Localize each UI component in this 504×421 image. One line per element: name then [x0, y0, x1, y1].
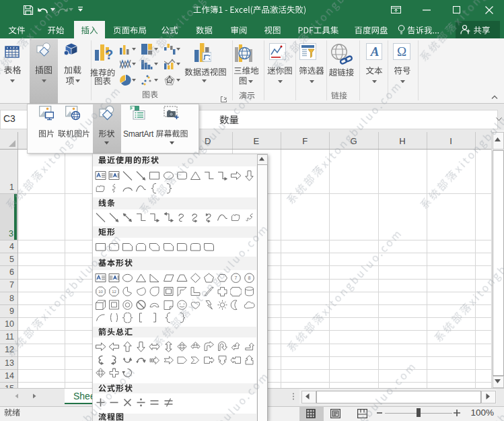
- svg-text:10: 10: [98, 290, 103, 294]
- svg-text:12: 12: [112, 290, 116, 294]
- svg-text:Ω: Ω: [397, 44, 406, 59]
- svg-text:?: ?: [105, 47, 113, 62]
- svg-text:8: 8: [248, 276, 251, 280]
- svg-text:7: 7: [235, 276, 238, 280]
- svg-text:A: A: [370, 44, 380, 59]
